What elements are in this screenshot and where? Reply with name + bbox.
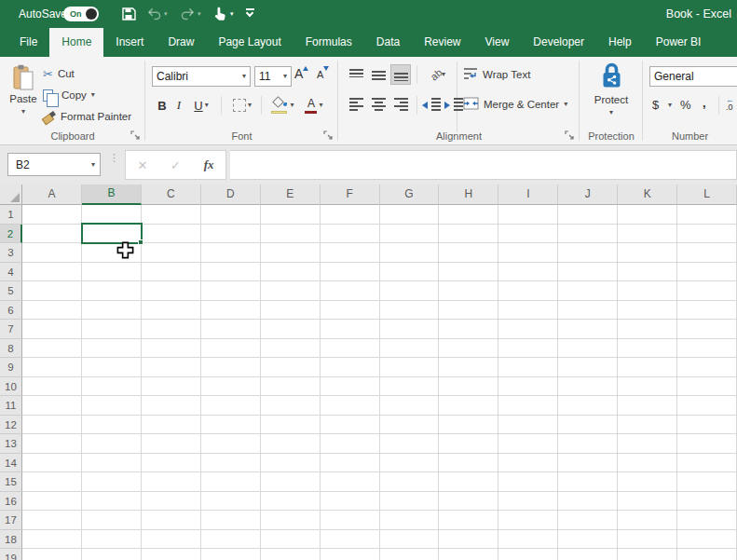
cell-H12[interactable]	[439, 416, 498, 435]
row-header-16[interactable]: 16	[0, 492, 22, 512]
cell-J18[interactable]	[558, 530, 618, 550]
cell-J5[interactable]	[558, 281, 618, 301]
font-dialog-launcher-icon[interactable]	[323, 130, 334, 141]
cell-D7[interactable]	[201, 320, 261, 339]
cell-I7[interactable]	[498, 320, 558, 339]
underline-dropdown-icon[interactable]: ▾	[205, 102, 209, 109]
cell-D15[interactable]	[201, 472, 261, 492]
column-header-G[interactable]: G	[380, 184, 440, 205]
cell-I19[interactable]	[498, 549, 558, 560]
cell-C1[interactable]	[142, 205, 201, 225]
borders-button[interactable]: ▾	[227, 94, 257, 116]
cell-F1[interactable]	[321, 205, 380, 225]
cell-J11[interactable]	[558, 396, 618, 416]
tab-page-layout[interactable]: Page Layout	[206, 28, 293, 57]
cell-F16[interactable]	[321, 492, 380, 512]
cell-E19[interactable]	[261, 549, 321, 560]
cell-L16[interactable]	[677, 492, 737, 512]
underline-button[interactable]: U ▾	[187, 94, 215, 116]
tab-developer[interactable]: Developer	[521, 28, 596, 57]
row-header-8[interactable]: 8	[0, 339, 22, 359]
tab-data[interactable]: Data	[364, 28, 412, 57]
increase-decimal-button[interactable]: ← .0	[726, 96, 737, 111]
cell-G14[interactable]	[380, 454, 440, 473]
cell-C7[interactable]	[142, 320, 201, 339]
cell-E6[interactable]	[261, 301, 321, 321]
cell-A2[interactable]	[22, 225, 82, 244]
cell-G13[interactable]	[380, 434, 440, 454]
cell-F7[interactable]	[321, 320, 380, 339]
cell-G16[interactable]	[380, 492, 440, 512]
cell-J6[interactable]	[558, 301, 618, 321]
insert-function-icon[interactable]: fx	[192, 157, 225, 172]
cell-B19[interactable]	[82, 549, 142, 560]
cell-B8[interactable]	[82, 339, 142, 359]
column-header-C[interactable]: C	[142, 184, 201, 205]
cell-E14[interactable]	[261, 454, 321, 473]
customize-quick-access-toolbar-icon[interactable]	[246, 8, 255, 16]
cell-C17[interactable]	[142, 511, 201, 530]
align-right-button[interactable]	[390, 94, 411, 115]
cell-L2[interactable]	[677, 225, 737, 244]
formula-bar-resize-dots-icon[interactable]: ⋮	[109, 154, 119, 161]
cell-H6[interactable]	[439, 301, 498, 321]
cell-C5[interactable]	[142, 281, 201, 301]
cell-I17[interactable]	[498, 511, 558, 530]
cell-F10[interactable]	[321, 377, 380, 397]
cell-D11[interactable]	[201, 396, 261, 416]
touch-mode-dropdown-icon[interactable]: ▾	[230, 10, 234, 18]
cell-J19[interactable]	[558, 549, 618, 560]
cell-F17[interactable]	[321, 511, 380, 530]
column-header-I[interactable]: I	[498, 184, 558, 205]
cell-E12[interactable]	[261, 416, 321, 435]
cell-K15[interactable]	[618, 472, 677, 492]
row-header-2[interactable]: 2	[0, 225, 22, 244]
cell-F11[interactable]	[321, 396, 380, 416]
column-header-J[interactable]: J	[558, 184, 618, 205]
row-header-7[interactable]: 7	[0, 320, 22, 339]
cell-K10[interactable]	[618, 377, 677, 397]
column-header-A[interactable]: A	[22, 184, 82, 205]
column-header-K[interactable]: K	[618, 184, 677, 205]
cell-A19[interactable]	[22, 549, 82, 560]
cell-C2[interactable]	[142, 225, 201, 244]
cell-C11[interactable]	[142, 396, 201, 416]
top-align-button[interactable]	[346, 64, 366, 85]
row-header-9[interactable]: 9	[0, 358, 22, 377]
row-header-17[interactable]: 17	[0, 511, 22, 530]
autosave-toggle[interactable]: On	[63, 7, 99, 21]
column-header-L[interactable]: L	[677, 184, 737, 205]
cell-A9[interactable]	[22, 358, 82, 377]
font-color-button[interactable]: A ▾	[300, 94, 328, 116]
name-box[interactable]: B2 ▾	[7, 153, 101, 176]
format-painter-button[interactable]: Format Painter	[43, 107, 131, 126]
cell-A10[interactable]	[22, 377, 82, 397]
cell-C15[interactable]	[142, 472, 201, 492]
cell-C4[interactable]	[142, 263, 201, 282]
cell-A11[interactable]	[22, 396, 82, 416]
cell-J2[interactable]	[558, 225, 618, 244]
cancel-icon[interactable]: ✕	[126, 158, 159, 172]
cell-F2[interactable]	[321, 225, 380, 244]
select-all-corner[interactable]	[0, 184, 22, 205]
decrease-indent-button[interactable]	[420, 94, 443, 115]
decrease-font-size-button[interactable]: A	[317, 66, 329, 87]
cell-H3[interactable]	[439, 243, 498, 263]
cell-D10[interactable]	[201, 377, 261, 397]
cell-J10[interactable]	[558, 377, 618, 397]
cell-G12[interactable]	[380, 416, 440, 435]
cell-G3[interactable]	[380, 243, 440, 263]
cell-E18[interactable]	[261, 530, 321, 550]
cell-B12[interactable]	[82, 416, 142, 435]
row-header-10[interactable]: 10	[0, 377, 22, 397]
cell-L11[interactable]	[677, 396, 737, 416]
copy-button[interactable]: Copy ▾	[43, 86, 95, 104]
cell-I1[interactable]	[498, 205, 558, 225]
cell-K16[interactable]	[618, 492, 677, 512]
protect-dropdown-icon[interactable]: ▾	[609, 108, 613, 116]
cell-K2[interactable]	[618, 225, 677, 244]
cell-E17[interactable]	[261, 511, 321, 530]
cell-C13[interactable]	[142, 434, 201, 454]
cell-B5[interactable]	[82, 281, 142, 301]
cell-H9[interactable]	[439, 358, 498, 377]
